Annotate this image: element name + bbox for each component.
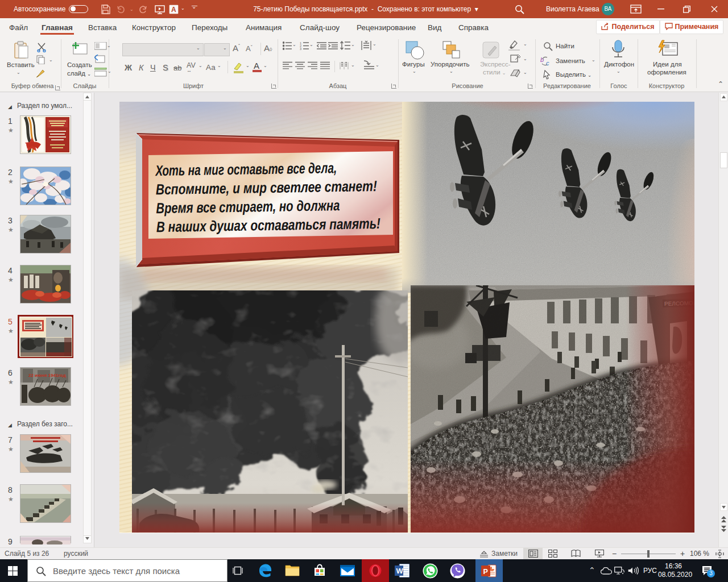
svg-text:Вспомните, и мир светлее стане: Вспомните, и мир светлее станет! (156, 177, 378, 198)
svg-text:b: b (540, 56, 544, 63)
svg-text:3: 3 (300, 47, 301, 50)
svg-text:P: P (483, 568, 488, 576)
svg-text:В наших душах оставаться памят: В наших душах оставаться память! (156, 215, 381, 235)
svg-text:W: W (396, 567, 404, 575)
svg-text:A: A (171, 6, 176, 14)
svg-text:c: c (546, 60, 549, 66)
svg-text:Хоть на миг оставьте все дела,: Хоть на миг оставьте все дела, (155, 159, 337, 179)
svg-text:Время все стирает, но должна: Время все стирает, но должна (156, 197, 340, 217)
svg-text:22 июня 1941год: 22 июня 1941год (28, 373, 65, 378)
